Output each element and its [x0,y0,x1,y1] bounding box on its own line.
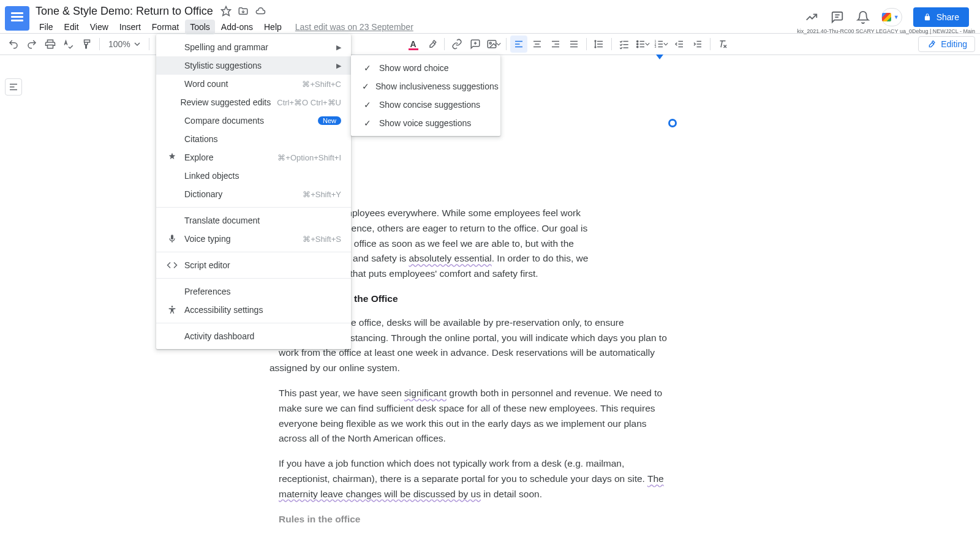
tools-menu-item[interactable]: Review suggested editsCtrl+⌘O Ctrl+⌘U [156,93,351,111]
menu-item-label: Word count [184,79,296,89]
undo-button[interactable] [5,36,22,53]
menu-item-label: Activity dashboard [184,331,341,341]
move-icon[interactable] [238,6,249,17]
mode-switcher[interactable]: Editing [918,36,975,52]
docs-logo[interactable] [5,6,29,31]
svg-text:3: 3 [654,45,656,48]
menu-item-label: Linked objects [184,171,341,181]
explore-icon [166,152,178,163]
svg-point-42 [172,306,173,307]
stylistic-submenu-item[interactable]: ✓Show inclusiveness suggestions [351,77,500,96]
document-title[interactable]: Tone & Style Demo: Return to Office [34,5,214,18]
keyboard-shortcut: ⌘+Option+Shift+I [277,153,341,162]
check-icon: ✓ [362,81,369,91]
menu-insert[interactable]: Insert [115,20,146,34]
outline-toggle-button[interactable] [5,78,22,96]
insert-image-button[interactable] [485,36,502,53]
tools-menu-item[interactable]: Explore⌘+Option+Shift+I [156,148,351,167]
svg-point-8 [489,42,491,44]
numbered-list-button[interactable]: 123 [652,36,669,53]
line-spacing-button[interactable] [590,36,608,53]
menu-help[interactable]: Help [259,20,287,34]
checklist-button[interactable] [616,36,633,53]
stylistic-suggestions-submenu: ✓Show word choice✓Show inclusiveness sug… [351,55,500,136]
tools-menu-item[interactable]: Script editor [156,256,351,274]
share-button[interactable]: Share [913,7,969,27]
paint-format-button[interactable] [78,36,96,53]
activity-trend-icon[interactable] [804,10,819,24]
menu-item-label: Script editor [184,260,341,270]
menu-file[interactable]: File [34,20,58,34]
doc-text: . In order to do this, we [492,253,589,263]
clear-formatting-button[interactable] [714,36,731,53]
stylistic-submenu-item[interactable]: ✓Show word choice [351,59,500,77]
ruler-right-indent-marker[interactable] [656,55,663,59]
meet-button[interactable]: ▼ [881,8,902,26]
add-comment-button[interactable] [467,36,484,53]
insert-link-button[interactable] [448,36,466,53]
submenu-arrow-icon: ▶ [336,62,341,70]
tools-menu-item[interactable]: Voice typing⌘+Shift+S [156,230,351,248]
last-edit-link[interactable]: Last edit was on 23 September [295,22,413,32]
tools-menu-item[interactable]: Accessibility settings [156,301,351,319]
star-icon[interactable] [221,6,232,17]
decrease-indent-button[interactable] [671,36,688,53]
doc-text: the office, desks will be available by p… [343,317,624,328]
stylistic-submenu-item[interactable]: ✓Show voice suggestions [351,114,500,132]
doc-text: If you have a job function which does no… [279,458,647,484]
tools-menu-item[interactable]: Word count⌘+Shift+C [156,75,351,93]
tools-menu-item[interactable]: Translate document [156,211,351,230]
menu-addons[interactable]: Add-ons [216,20,258,34]
bulleted-list-button[interactable] [634,36,651,53]
tools-menu-item[interactable]: Dictionary⌘+Shift+Y [156,185,351,203]
svg-rect-4 [48,45,53,48]
submenu-item-label: Show word choice [379,63,449,73]
text-color-button[interactable]: A [405,36,422,53]
check-icon: ✓ [362,100,373,110]
accessibility-icon [166,305,178,315]
menu-item-label: Accessibility settings [184,305,341,315]
svg-point-21 [636,40,638,42]
zoom-select[interactable]: 100% [104,39,145,49]
menu-format[interactable]: Format [147,20,184,34]
tools-menu-item[interactable]: Spelling and grammar▶ [156,38,351,56]
doc-text: This past year, we have seen [279,388,404,398]
mode-label: Editing [941,39,967,49]
align-center-button[interactable] [529,36,546,53]
menu-item-label: Preferences [184,287,341,296]
tools-menu-item[interactable]: Citations [156,130,351,148]
align-left-button[interactable] [510,36,527,53]
menu-tools[interactable]: Tools [185,20,215,34]
menu-edit[interactable]: Edit [59,20,84,34]
keyboard-shortcut: ⌘+Shift+C [302,80,341,89]
spellcheck-button[interactable] [60,36,77,53]
keyboard-shortcut: Ctrl+⌘O Ctrl+⌘U [277,98,341,107]
suggestion-span[interactable]: significant [404,388,447,398]
menu-item-label: Spelling and grammar [184,42,330,52]
toolbar: 100% Subtitle A 123 Editing [0,33,980,55]
menu-item-label: Citations [184,134,341,144]
tools-menu-item[interactable]: Linked objects [156,167,351,185]
tools-menu-item[interactable]: Stylistic suggestions▶ [156,56,351,75]
doc-heading: Rules in the office [279,514,361,524]
redo-button[interactable] [23,36,40,53]
doc-text: in detail soon. [481,489,542,499]
tools-menu-item[interactable]: Preferences [156,282,351,301]
doc-heading: in the Office [343,293,398,304]
svg-rect-3 [48,40,53,42]
suggestion-span[interactable]: absolutely essential [409,253,491,263]
keyboard-shortcut: ⌘+Shift+Y [303,190,341,199]
align-justify-button[interactable] [565,36,582,53]
tools-menu-item[interactable]: Activity dashboard [156,327,351,345]
notifications-icon[interactable] [856,10,870,24]
tools-menu-item[interactable]: Compare documentsNew [156,111,351,130]
increase-indent-button[interactable] [689,36,706,53]
print-button[interactable] [42,36,59,53]
stylistic-submenu-item[interactable]: ✓Show concise suggestions [351,96,500,114]
menu-view[interactable]: View [85,20,113,34]
share-label: Share [937,12,959,22]
align-right-button[interactable] [547,36,564,53]
comments-icon[interactable] [830,10,845,24]
highlight-color-button[interactable] [423,36,440,53]
cloud-status-icon[interactable] [255,6,266,17]
